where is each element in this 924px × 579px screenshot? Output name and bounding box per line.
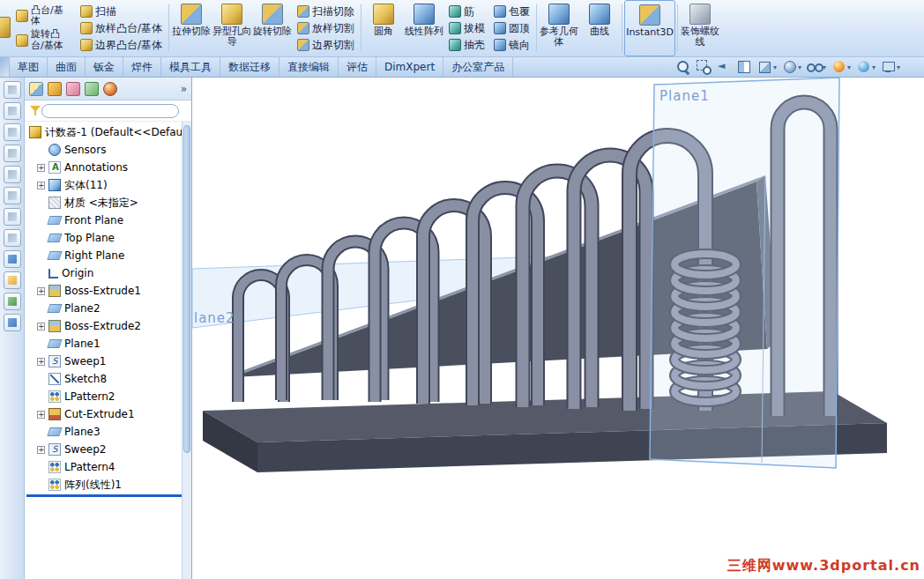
zoom-fit-button[interactable] — [674, 59, 692, 75]
hide-show-items-button[interactable]: ▾ — [805, 59, 827, 75]
tab-surfaces[interactable]: 曲面 — [48, 57, 86, 77]
revolved-cut-button[interactable]: 旋转切除 — [252, 0, 293, 56]
extrude-boss-button[interactable]: 凸台/基体 — [16, 5, 71, 27]
tree-item-cut-extrude1[interactable]: Cut-Extrude1 — [25, 405, 191, 423]
left-toolbar-tool-11[interactable] — [4, 293, 21, 310]
dimxpertmanager-tab-icon[interactable] — [85, 82, 99, 96]
tree-item-sweep2[interactable]: Sweep2 — [25, 441, 191, 458]
tab-office-products[interactable]: 办公室产品 — [443, 57, 513, 77]
left-toolbar-tool-2[interactable] — [4, 102, 21, 120]
section-view-button[interactable] — [735, 59, 753, 75]
expand-icon[interactable] — [37, 446, 45, 454]
tab-sketch[interactable]: 草图 — [10, 57, 48, 77]
zoom-area-button[interactable] — [695, 59, 712, 75]
dome-button[interactable]: 圆顶 — [494, 21, 530, 36]
left-toolbar-tool-9[interactable] — [4, 250, 21, 268]
curves-button[interactable]: 曲线 — [579, 0, 620, 56]
featuremanager-tab-icon[interactable] — [29, 82, 43, 96]
tree-item-boss-extrude2[interactable]: Boss-Extrude2 — [25, 317, 191, 335]
reference-plane1[interactable] — [650, 78, 839, 468]
tree-item-material[interactable]: 材质 <未指定> — [25, 194, 191, 212]
left-toolbar-tool-12[interactable] — [4, 314, 21, 331]
boundary-cut-button[interactable]: 边界切割 — [297, 38, 354, 53]
tree-item-top-plane[interactable]: Top Plane — [25, 229, 191, 247]
expand-icon[interactable] — [37, 182, 45, 189]
display-style-button[interactable]: ▾ — [780, 59, 802, 75]
rib-button[interactable]: 筋 — [449, 4, 485, 19]
tree-item-lpattern2[interactable]: LPattern2 — [25, 388, 191, 405]
tree-item-linear-pattern1[interactable]: 阵列(线性)1 — [25, 476, 191, 494]
tab-mold-tools[interactable]: 模具工具 — [161, 57, 220, 77]
sweep-boss-button[interactable]: 扫描 — [80, 4, 162, 19]
expand-icon[interactable] — [37, 287, 45, 295]
expand-icon[interactable] — [37, 323, 45, 330]
plane2-label[interactable]: lane2 — [194, 310, 235, 326]
instant3d-button[interactable]: Instant3D — [624, 0, 675, 56]
tab-direct-editing[interactable]: 直接编辑 — [279, 57, 339, 77]
mirror-button[interactable]: 镜向 — [494, 38, 530, 53]
tree-item-solid-bodies[interactable]: 实体(11) — [25, 176, 191, 194]
hole-wizard-button[interactable]: 异型孔向导 — [212, 0, 252, 56]
fillet-button[interactable]: 圆角 — [363, 0, 404, 56]
clipped-tab[interactable] — [0, 57, 10, 77]
tree-item-plane1[interactable]: Plane1 — [25, 335, 191, 353]
loft-boss-button[interactable]: 放样凸台/基体 — [80, 21, 162, 36]
cosmetic-thread-button[interactable]: 装饰螺纹线 — [680, 0, 720, 56]
tab-dimxpert[interactable]: DimXpert — [376, 57, 443, 77]
tree-item-origin[interactable]: Origin — [25, 264, 191, 282]
tree-item-part[interactable]: 计数器-1 (Default<<Default> — [25, 123, 191, 141]
tree-item-sweep1[interactable]: Sweep1 — [25, 353, 191, 370]
plane1-label[interactable]: Plane1 — [659, 88, 710, 104]
tree-item-boss-extrude1[interactable]: Boss-Extrude1 — [25, 282, 191, 300]
left-toolbar-tool-1[interactable] — [4, 81, 21, 99]
wrap-button[interactable]: 包覆 — [494, 4, 530, 19]
linear-pattern-button[interactable]: 线性阵列 — [404, 0, 444, 56]
tree-item-plane2[interactable]: Plane2 — [25, 300, 191, 317]
reference-geometry-button[interactable]: 参考几何体 — [539, 0, 579, 56]
previous-view-button[interactable] — [715, 59, 733, 75]
propertymanager-tab-icon[interactable] — [48, 82, 62, 96]
expand-icon[interactable] — [37, 358, 45, 366]
edit-appearance-button[interactable]: ▾ — [830, 59, 852, 75]
left-toolbar-tool-4[interactable] — [4, 145, 21, 162]
apply-scene-button[interactable]: ▾ — [854, 59, 876, 75]
view-settings-button[interactable]: ▾ — [879, 59, 901, 75]
draft-button[interactable]: 拔模 — [449, 21, 485, 36]
tree-item-lpattern4[interactable]: LPattern4 — [25, 458, 191, 476]
tab-data-migration[interactable]: 数据迁移 — [220, 57, 279, 77]
tree-item-annotations[interactable]: Annotations — [25, 159, 191, 176]
left-toolbar-tool-8[interactable] — [4, 229, 21, 247]
left-toolbar-tool-5[interactable] — [4, 166, 21, 183]
graphics-viewport[interactable]: Plane1 lane2 三维网www.3dportal.cn — [192, 78, 924, 579]
boundary-boss-button[interactable]: 边界凸台/基体 — [80, 38, 162, 53]
tab-evaluate[interactable]: 评估 — [339, 57, 376, 77]
configurationmanager-tab-icon[interactable] — [66, 82, 80, 96]
expand-icon[interactable] — [37, 164, 45, 172]
tree-scrollbar[interactable] — [182, 122, 191, 579]
tree-filter-input[interactable] — [41, 104, 179, 118]
clipped-ribbon-button[interactable] — [0, 0, 11, 56]
shell-button[interactable]: 抽壳 — [449, 38, 485, 53]
revolve-boss-button[interactable]: 旋转凸台/基体 — [16, 29, 71, 51]
left-toolbar-tool-3[interactable] — [4, 123, 21, 141]
tab-sheet-metal[interactable]: 钣金 — [86, 57, 123, 77]
appearances-tab-icon[interactable] — [103, 82, 117, 96]
extruded-cut-button[interactable]: 拉伸切除 — [171, 0, 212, 56]
tree-item-plane3[interactable]: Plane3 — [25, 423, 191, 441]
tab-weldments[interactable]: 焊件 — [123, 57, 161, 77]
lofted-cut-button[interactable]: 放样切割 — [297, 21, 354, 36]
tree-item-front-plane[interactable]: Front Plane — [25, 212, 191, 229]
tree-item-sensors[interactable]: Sensors — [25, 141, 191, 159]
rollback-bar[interactable] — [26, 494, 186, 497]
swept-cut-button[interactable]: 扫描切除 — [297, 4, 354, 19]
left-toolbar-tool-6[interactable] — [4, 187, 21, 204]
filter-funnel-icon[interactable] — [30, 105, 37, 116]
expand-icon[interactable] — [37, 411, 45, 419]
tree-item-right-plane[interactable]: Right Plane — [25, 247, 191, 264]
model-canvas[interactable]: Plane1 lane2 — [192, 78, 924, 579]
panel-overflow-chevron[interactable]: » — [181, 83, 187, 95]
left-toolbar-tool-10[interactable] — [4, 271, 21, 289]
tree-scrollbar-thumb[interactable] — [183, 125, 190, 453]
view-orientation-button[interactable]: ▾ — [756, 59, 778, 75]
tree-item-sketch8[interactable]: Sketch8 — [25, 370, 191, 388]
